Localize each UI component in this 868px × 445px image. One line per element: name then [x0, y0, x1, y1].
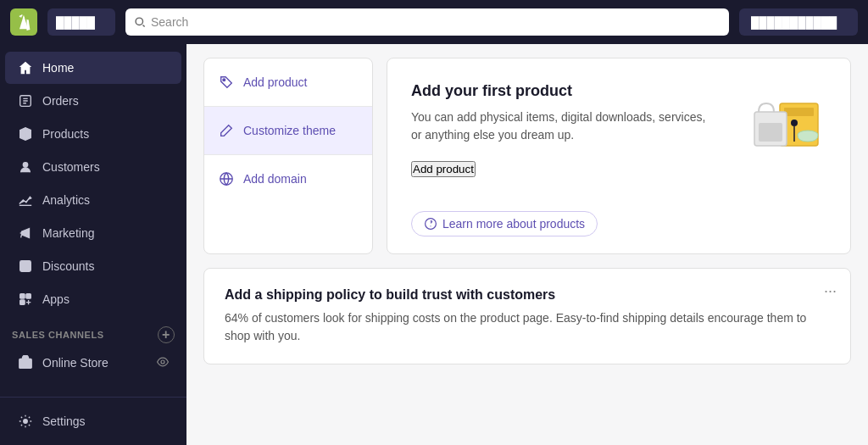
topbar: █████ Search ███████████ [0, 0, 868, 44]
svg-rect-15 [784, 108, 814, 116]
main-panel-row: Add product Customize theme Add domain [203, 58, 851, 254]
action-list: Add product Customize theme Add domain [203, 58, 373, 254]
globe-icon [218, 170, 235, 187]
sidebar-item-marketing[interactable]: Marketing [5, 217, 181, 249]
more-options-button[interactable]: ··· [824, 282, 837, 300]
sidebar-nav: Home Orders Products Cu [0, 44, 186, 397]
customize-theme-action[interactable]: Customize theme [204, 107, 372, 155]
sidebar-label-home: Home [42, 61, 74, 75]
feature-title: Add your first product [411, 82, 716, 100]
feature-description: You can add physical items, digital down… [411, 108, 716, 144]
store-name[interactable]: █████ [47, 8, 115, 36]
sidebar-item-analytics[interactable]: Analytics [5, 184, 181, 216]
main-content: Add product Customize theme Add domain [186, 44, 868, 445]
shopify-logo [10, 8, 37, 36]
add-product-label: Add product [243, 75, 308, 89]
sidebar: Home Orders Products Cu [0, 44, 186, 445]
sidebar-item-customers[interactable]: Customers [5, 151, 181, 183]
svg-rect-5 [20, 261, 31, 272]
add-product-action[interactable]: Add product [204, 58, 372, 107]
sidebar-label-apps: Apps [42, 292, 70, 306]
sidebar-item-products[interactable]: Products [5, 118, 181, 150]
sales-channels-section: SALES CHANNELS + [0, 316, 186, 347]
svg-rect-8 [20, 300, 25, 304]
analytics-icon [17, 192, 34, 209]
sidebar-label-discounts: Discounts [42, 259, 94, 273]
feature-text: Add your first product You can add physi… [411, 82, 716, 177]
tag-icon [218, 74, 235, 91]
online-store-eye-icon[interactable] [156, 355, 170, 371]
online-store-icon [17, 354, 34, 371]
search-placeholder: Search [151, 15, 188, 29]
home-icon [17, 59, 34, 76]
sidebar-label-marketing: Marketing [42, 226, 94, 240]
learn-more-label: Learn more about products [442, 217, 585, 231]
svg-rect-7 [26, 294, 31, 298]
discounts-icon [17, 258, 34, 275]
sidebar-label-online-store: Online Store [42, 356, 108, 370]
add-domain-label: Add domain [243, 172, 307, 186]
svg-point-10 [161, 360, 164, 364]
pen-icon [218, 122, 235, 139]
products-icon [17, 125, 34, 142]
customize-theme-label: Customize theme [243, 124, 336, 137]
sidebar-label-products: Products [42, 127, 89, 141]
feature-illustration [733, 82, 826, 177]
sidebar-label-settings: Settings [42, 414, 86, 428]
svg-point-11 [24, 420, 28, 424]
settings-icon [17, 413, 34, 430]
shipping-description: 64% of customers look for shipping costs… [225, 309, 830, 345]
topbar-right-button[interactable]: ███████████ [739, 8, 858, 36]
feature-panel: Add your first product You can add physi… [387, 58, 851, 254]
sidebar-item-online-store[interactable]: Online Store [5, 348, 181, 378]
customers-icon [17, 159, 34, 175]
search-icon [134, 16, 146, 28]
sidebar-item-home[interactable]: Home [5, 52, 181, 84]
sidebar-item-discounts[interactable]: Discounts [5, 250, 181, 282]
add-sales-channel-button[interactable]: + [158, 326, 175, 343]
marketing-icon [17, 225, 34, 242]
svg-rect-6 [20, 294, 25, 298]
sidebar-label-customers: Customers [42, 160, 100, 174]
sidebar-item-apps[interactable]: Apps [5, 283, 181, 315]
add-domain-action[interactable]: Add domain [204, 155, 372, 203]
shipping-section: ··· Add a shipping policy to build trust… [203, 268, 851, 364]
sidebar-label-analytics: Analytics [42, 193, 90, 207]
shipping-title: Add a shipping policy to build trust wit… [225, 287, 830, 303]
svg-rect-9 [19, 359, 31, 369]
svg-point-2 [23, 163, 27, 167]
sidebar-bottom: Settings [0, 397, 186, 445]
add-product-cta[interactable]: Add product [411, 161, 476, 177]
apps-icon [17, 291, 34, 308]
svg-point-0 [136, 18, 142, 25]
sidebar-item-orders[interactable]: Orders [5, 85, 181, 117]
orders-icon [17, 92, 34, 109]
svg-point-12 [223, 79, 225, 81]
svg-point-20 [426, 219, 437, 230]
sidebar-label-orders: Orders [42, 94, 79, 108]
svg-point-18 [791, 120, 798, 126]
search-bar[interactable]: Search [125, 8, 729, 36]
sidebar-item-settings[interactable]: Settings [5, 405, 181, 437]
learn-more-button[interactable]: Learn more about products [411, 211, 598, 236]
question-icon [424, 217, 437, 231]
svg-rect-17 [759, 123, 782, 142]
